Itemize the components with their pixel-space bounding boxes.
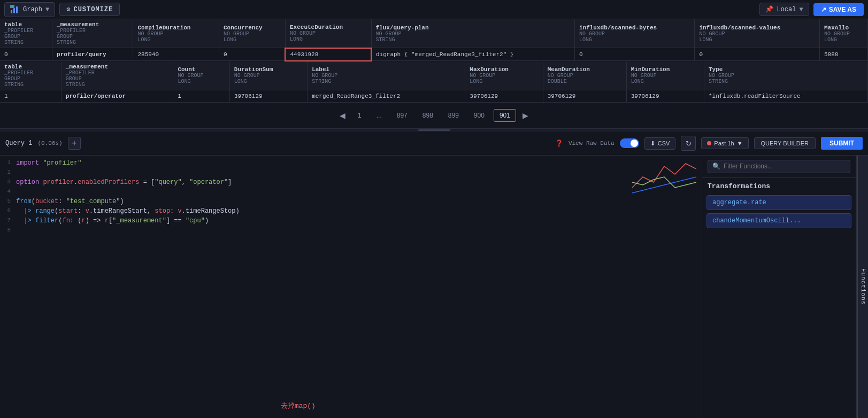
pagination: ◀ 1 ... 897 898 899 900 901 ▶ [0, 103, 868, 128]
cell2-count: 1 [173, 90, 229, 102]
local-label: Local [777, 6, 796, 13]
customize-button[interactable]: ⚙ CUSTOMIZE [59, 3, 120, 16]
cell-scanned-bytes: 0 [574, 48, 694, 61]
filter-input-wrap: 🔍 [708, 160, 850, 173]
cell-maxallo: 5888 [819, 48, 867, 61]
function-name-aggregate: aggregate.rate [712, 199, 766, 206]
query-bar: Query 1 (0.06s) + ❓ View Raw Data ⬇ CSV … [0, 132, 868, 156]
query-builder-button[interactable]: QUERY BUILDER [754, 137, 816, 149]
cell2-type: *influxdb.readFilterSource [704, 90, 868, 102]
table2: table _PROFILER GROUP STRING _measuremen… [0, 61, 868, 103]
code-line-2: 2 [0, 168, 702, 178]
table-area: table _PROFILER GROUP STRING _measuremen… [0, 19, 868, 129]
customize-label: CUSTOMIZE [73, 6, 113, 13]
col2-label: Label NO GROUP STRING [308, 61, 465, 90]
col2-measurement: _measurement _PROFILER GROUP STRING [61, 61, 173, 90]
page-ellipsis: ... [371, 109, 388, 122]
code-line-5: 5 from(bucket: "test_compute") [0, 197, 702, 207]
graph-dropdown[interactable]: Graph ▼ [4, 2, 55, 17]
functions-tab[interactable]: Functions [857, 156, 868, 419]
svg-rect-0 [11, 10, 12, 13]
local-dropdown[interactable]: 📌 Local ▼ [759, 3, 809, 16]
col-execute-duration: ExecuteDuration NO GROUP LONG [285, 19, 371, 48]
cell-measurement: profiler/query [52, 48, 133, 61]
col2-table: table _PROFILER GROUP STRING [0, 61, 61, 90]
refresh-button[interactable]: ↻ [681, 136, 696, 151]
query-label: Query 1 [5, 140, 32, 147]
col-concurrency: Concurrency NO GROUP LONG [219, 19, 285, 48]
table2-scroll[interactable]: table _PROFILER GROUP STRING _measuremen… [0, 61, 868, 103]
cell-plan: digraph { "merged_ReadRange3_filter2" } [371, 48, 574, 61]
page-900-button[interactable]: 900 [468, 109, 490, 122]
page-898-button[interactable]: 898 [417, 109, 439, 122]
code-comment: 去掉map() [281, 401, 316, 411]
functions-tab-label: Functions [860, 268, 866, 305]
local-chevron-icon: ▼ [799, 6, 803, 13]
gear-icon: ⚙ [66, 5, 70, 13]
mini-chart [632, 156, 696, 198]
save-icon: ↗ [821, 6, 826, 13]
code-lines: 1 import "profiler" 2 3 option profiler.… [0, 156, 702, 239]
table-row: 0 profiler/query 285940 0 44931928 digra… [0, 48, 868, 61]
cell2-min-duration: 39706129 [626, 90, 704, 102]
view-raw-label: View Raw Data [569, 140, 614, 146]
filter-functions-box: 🔍 [702, 156, 856, 178]
help-icon[interactable]: ❓ [555, 140, 563, 148]
view-raw-toggle[interactable] [620, 138, 639, 148]
submit-button[interactable]: SUBMIT [821, 137, 863, 150]
col2-type: Type NO GROUP STRING [704, 61, 868, 90]
right-sidebar: 🔍 Transformations aggregate.rate chandeM… [702, 156, 857, 419]
add-query-button[interactable]: + [68, 137, 81, 150]
prev-page-button[interactable]: ◀ [336, 109, 349, 122]
page-897-button[interactable]: 897 [391, 109, 413, 122]
code-line-8: 8 [0, 226, 702, 236]
query-time: (0.06s) [37, 140, 62, 146]
code-line-1: 1 import "profiler" [0, 159, 702, 168]
col2-mean-duration: MeanDuration NO GROUP DOUBLE [543, 61, 626, 90]
cell-scanned-values: 0 [695, 48, 820, 61]
col-scanned-values: influxdb/scanned-values NO GROUP LONG [695, 19, 820, 48]
save-as-button[interactable]: ↗ SAVE AS [813, 3, 864, 16]
function-item-aggregate[interactable]: aggregate.rate [706, 195, 851, 210]
code-line-6: 6 |> range(start: v.timeRangeStart, stop… [0, 207, 702, 216]
col-measurement1: _measurement _PROFILER GROUP STRING [52, 19, 133, 48]
main-content: table _PROFILER GROUP STRING _measuremen… [0, 19, 868, 418]
next-page-button[interactable]: ▶ [519, 109, 532, 122]
code-editor[interactable]: 1 import "profiler" 2 3 option profiler.… [0, 156, 702, 419]
search-icon: 🔍 [712, 162, 720, 171]
topbar: Graph ▼ ⚙ CUSTOMIZE 📌 Local ▼ ↗ SAVE AS [0, 0, 868, 19]
time-range-chevron-icon: ▼ [737, 140, 743, 146]
cell2-measurement: profiler/operator [61, 90, 173, 102]
function-name-chande: chandeMomentumOscill... [712, 217, 801, 225]
graph-chevron-icon: ▼ [45, 6, 49, 13]
bottom-panel: Query 1 (0.06s) + ❓ View Raw Data ⬇ CSV … [0, 132, 868, 419]
table-row: 1 profiler/operator 1 39706129 merged_Re… [0, 90, 868, 102]
query-builder-label: QUERY BUILDER [761, 140, 809, 146]
function-item-chande[interactable]: chandeMomentumOscill... [706, 213, 851, 228]
page-899-button[interactable]: 899 [442, 109, 465, 122]
col-compile-duration: CompileDuration NO GROUP LONG [133, 19, 219, 48]
col2-duration-sum: DurationSum NO GROUP LONG [229, 61, 307, 90]
cell-table: 0 [0, 48, 52, 61]
col2-min-duration: MinDuration NO GROUP LONG [626, 61, 704, 90]
cell-concurrency: 0 [219, 48, 285, 61]
graph-icon [10, 5, 20, 14]
csv-button[interactable]: ⬇ CSV [644, 137, 676, 150]
col-table1: table _PROFILER GROUP STRING [0, 19, 52, 48]
cell-execute[interactable]: 44931928 [285, 48, 371, 61]
time-dot-icon [707, 141, 711, 145]
download-icon: ⬇ [650, 140, 655, 147]
page-901-button[interactable]: 901 [494, 109, 516, 122]
code-line-4: 4 [0, 188, 702, 197]
page-1-button[interactable]: 1 [352, 109, 367, 122]
table1-scroll[interactable]: table _PROFILER GROUP STRING _measuremen… [0, 19, 868, 61]
cell2-label: merged_ReadRange3_filter2 [308, 90, 465, 102]
pin-icon: 📌 [765, 5, 773, 13]
svg-rect-3 [10, 5, 14, 8]
filter-functions-input[interactable] [724, 162, 846, 170]
col-query-plan: flux/query-plan NO GROUP STRING [371, 19, 574, 48]
refresh-icon: ↻ [686, 140, 692, 148]
time-range-button[interactable]: Past 1h ▼ [701, 137, 748, 149]
svg-rect-2 [16, 6, 18, 13]
time-range-label: Past 1h [714, 140, 734, 146]
